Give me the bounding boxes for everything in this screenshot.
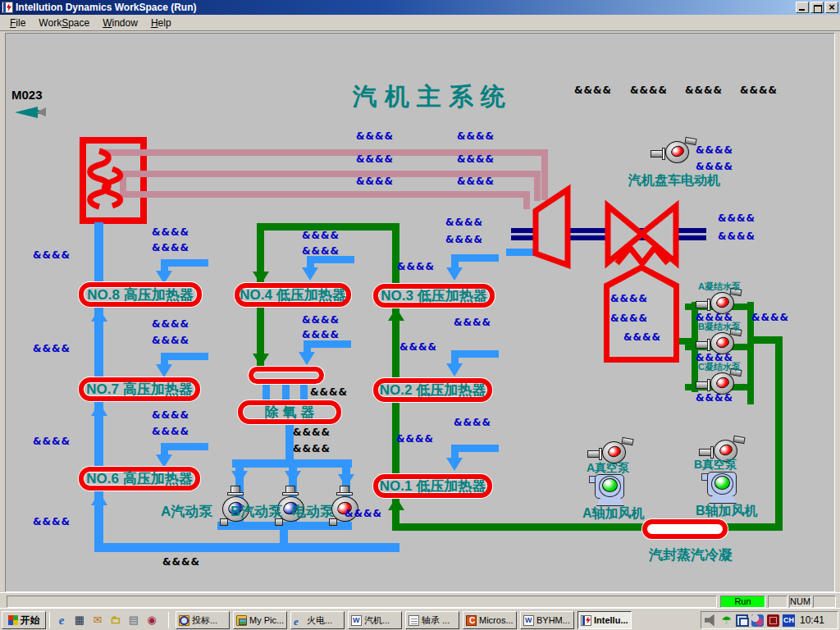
tray-network-icon[interactable] <box>736 614 748 627</box>
value-placeholder: &&&& <box>33 516 71 527</box>
extraction-stub <box>304 340 311 352</box>
vessel-NO.6-高压加热器: NO.6 高压加热器 <box>79 467 200 491</box>
flow-arrow <box>302 267 318 281</box>
task-label: 投标... <box>192 614 217 627</box>
value-placeholder: &&&& <box>610 293 648 304</box>
quick-launch-ie-icon[interactable]: e <box>54 613 69 628</box>
value-placeholder: &&&& <box>610 313 648 324</box>
value-placeholder: &&&& <box>152 242 189 253</box>
status-ball <box>714 476 730 490</box>
folder-search-icon <box>179 615 189 626</box>
flow-arrow <box>91 308 107 322</box>
label-A真空泵: A真空泵 <box>587 461 629 476</box>
taskbar-button-3[interactable]: e火电... <box>290 611 345 629</box>
taskbar-button-7[interactable]: BYHM... <box>520 611 574 629</box>
intellution-icon <box>581 615 591 626</box>
label-B轴加风机: B轴加风机 <box>696 503 758 520</box>
value-placeholder: &&&& <box>356 130 394 142</box>
value-placeholder: &&&& <box>454 417 491 428</box>
value-placeholder: &&&& <box>696 161 733 172</box>
condensate-pipe <box>392 223 399 284</box>
task-label: 汽机... <box>364 614 390 627</box>
tray-umbrella-icon[interactable]: ☂ <box>720 614 733 627</box>
value-placeholder: &&&& <box>152 426 189 437</box>
quick-launch-console-icon[interactable]: ▦ <box>72 613 87 628</box>
ms-icon <box>466 615 477 626</box>
machine-part <box>733 436 745 444</box>
extraction-stub <box>451 254 459 267</box>
flow-arrow <box>231 471 248 484</box>
machine-part <box>621 437 633 445</box>
tray-users-icon[interactable] <box>751 614 764 627</box>
status-bar: Run NUM <box>0 592 840 608</box>
task-label: My Pic... <box>249 615 284 625</box>
taskbar-button-5[interactable]: 轴承 ... <box>405 611 459 629</box>
value-placeholder: &&&& <box>310 386 348 398</box>
vessel-除-氧-器: 除 氧 器 <box>238 400 341 424</box>
task-label: 轴承 ... <box>422 614 450 627</box>
deaerator-riser-1 <box>262 383 270 400</box>
vessel-NO.4-低压加热器: NO.4 低压加热器 <box>235 283 351 307</box>
vessel-NO.3-低压加热器: NO.3 低压加热器 <box>373 284 495 308</box>
value-placeholder: &&&& <box>454 317 491 328</box>
word-icon <box>523 615 534 626</box>
taskbar-button-6[interactable]: Micros... <box>463 611 517 629</box>
value-placeholder: &&&& <box>302 230 340 241</box>
back-arrow-icon <box>25 110 39 114</box>
flow-arrow <box>91 403 107 416</box>
main-steam-pipe-1-drop <box>541 149 548 200</box>
extraction-stub <box>451 445 459 458</box>
clock[interactable]: 10:41 <box>800 614 824 626</box>
taskbar-button-4[interactable]: 汽机... <box>348 611 402 629</box>
value-placeholder: &&&& <box>457 176 495 187</box>
pump-icon <box>329 486 362 527</box>
value-placeholder: &&&& <box>396 433 434 445</box>
value-placeholder: &&&& <box>356 153 394 165</box>
extraction-stub <box>161 353 168 364</box>
ime-indicator[interactable]: CH <box>783 614 795 627</box>
value-placeholder: &&&& <box>152 318 189 330</box>
flow-arrow <box>253 354 269 367</box>
status-ball <box>602 478 618 492</box>
deaerator-riser-2 <box>282 383 290 400</box>
value-placeholder: &&&& <box>718 231 756 242</box>
value-placeholder: &&&& <box>751 312 789 323</box>
main-steam-pipe-3-drop <box>523 191 530 209</box>
num-lock-indicator: NUM <box>789 596 811 608</box>
value-placeholder: &&&& <box>302 245 340 257</box>
quick-launch-acdsee-icon[interactable]: 🗀 <box>108 613 123 628</box>
value-placeholder: &&&& <box>152 335 189 346</box>
deaerator-header-tank <box>249 367 324 384</box>
value-placeholder: &&&& <box>696 144 733 156</box>
value-placeholder: &&&& <box>399 341 437 353</box>
value-placeholder: &&&& <box>302 314 340 326</box>
value-placeholder: &&&& <box>574 84 612 96</box>
taskbar-button-1[interactable]: 投标... <box>176 611 230 629</box>
value-placeholder: &&&& <box>623 331 661 343</box>
value-placeholder: &&&& <box>457 153 495 165</box>
quick-launch-desktop-icon[interactable]: ▤ <box>126 613 141 628</box>
quick-launch-mail-icon[interactable]: ✉ <box>90 613 105 628</box>
value-placeholder: &&&& <box>630 84 668 96</box>
windows-logo-icon <box>8 615 18 625</box>
taskbar-button-2[interactable]: My Pic... <box>233 611 287 629</box>
label-A凝结水泵: A凝结水泵 <box>698 281 741 293</box>
start-button[interactable]: 开始 <box>2 611 46 629</box>
turbine-shaft <box>511 228 706 240</box>
status-scroll-indicator <box>813 596 836 608</box>
flow-arrow <box>388 497 404 510</box>
taskbar-button-8[interactable]: Intellu... <box>578 611 632 629</box>
vessel-NO.2-低压加热器: NO.2 低压加热器 <box>373 378 492 402</box>
value-placeholder: &&&& <box>162 556 200 568</box>
ie-icon: e <box>294 615 304 626</box>
system-tray: ☂ CH 10:41 <box>701 611 838 629</box>
value-placeholder: &&&& <box>33 436 71 447</box>
quick-launch-media-icon[interactable]: ◉ <box>144 613 159 628</box>
run-mode-indicator: Run <box>720 596 765 608</box>
label-C凝结水泵: C凝结水泵 <box>698 361 741 373</box>
tray-volume-icon[interactable] <box>705 614 717 627</box>
label-B真空泵: B真空泵 <box>694 458 737 472</box>
taskbar: 开始 e▦✉🗀▤◉ 投标...My Pic...e火电...汽机...轴承 ..… <box>0 608 840 630</box>
flow-arrow <box>91 492 107 505</box>
tray-hm-icon[interactable] <box>767 614 779 627</box>
